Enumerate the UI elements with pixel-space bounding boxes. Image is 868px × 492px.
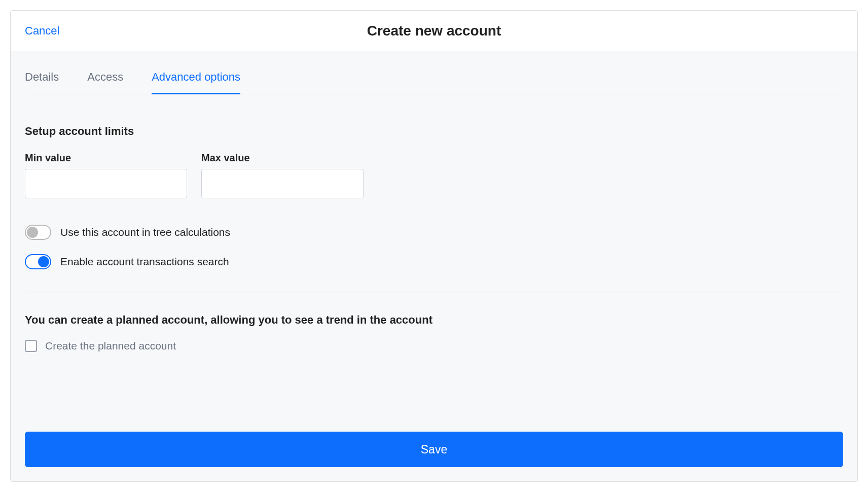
cancel-button[interactable]: Cancel bbox=[25, 24, 59, 38]
min-value-label: Min value bbox=[25, 152, 187, 164]
tab-details[interactable]: Details bbox=[25, 71, 59, 94]
max-value-input[interactable] bbox=[201, 169, 364, 198]
min-value-group: Min value bbox=[25, 152, 187, 198]
toggle-tree-calculations-label: Use this account in tree calculations bbox=[60, 226, 230, 238]
planned-account-info: You can create a planned account, allowi… bbox=[25, 313, 843, 327]
create-planned-account-label: Create the planned account bbox=[45, 340, 176, 352]
max-value-group: Max value bbox=[201, 152, 364, 198]
tabs: Details Access Advanced options bbox=[25, 51, 843, 94]
limits-form-row: Min value Max value bbox=[25, 152, 843, 198]
toggle-knob-icon bbox=[38, 256, 49, 267]
toggle-transactions-search[interactable] bbox=[25, 254, 51, 269]
create-account-modal: Cancel Create new account Details Access… bbox=[10, 10, 858, 482]
toggles-section: Use this account in tree calculations En… bbox=[25, 225, 843, 284]
modal-title: Create new account bbox=[367, 23, 501, 39]
save-button[interactable]: Save bbox=[25, 432, 843, 467]
tab-advanced-options[interactable]: Advanced options bbox=[152, 71, 240, 94]
toggle-row-tree-calc: Use this account in tree calculations bbox=[25, 225, 843, 240]
toggle-knob-icon bbox=[27, 227, 38, 238]
limits-heading: Setup account limits bbox=[25, 125, 843, 138]
tab-access[interactable]: Access bbox=[87, 71, 123, 94]
planned-checkbox-row: Create the planned account bbox=[25, 340, 843, 352]
divider bbox=[25, 293, 843, 293]
spacer bbox=[25, 352, 843, 411]
toggle-transactions-search-label: Enable account transactions search bbox=[60, 256, 229, 268]
toggle-tree-calculations[interactable] bbox=[25, 225, 51, 240]
min-value-input[interactable] bbox=[25, 169, 187, 198]
max-value-label: Max value bbox=[201, 152, 364, 164]
toggle-row-tx-search: Enable account transactions search bbox=[25, 254, 843, 269]
create-planned-account-checkbox[interactable] bbox=[25, 340, 37, 352]
modal-body: Details Access Advanced options Setup ac… bbox=[11, 51, 857, 481]
modal-header: Cancel Create new account bbox=[11, 11, 857, 51]
